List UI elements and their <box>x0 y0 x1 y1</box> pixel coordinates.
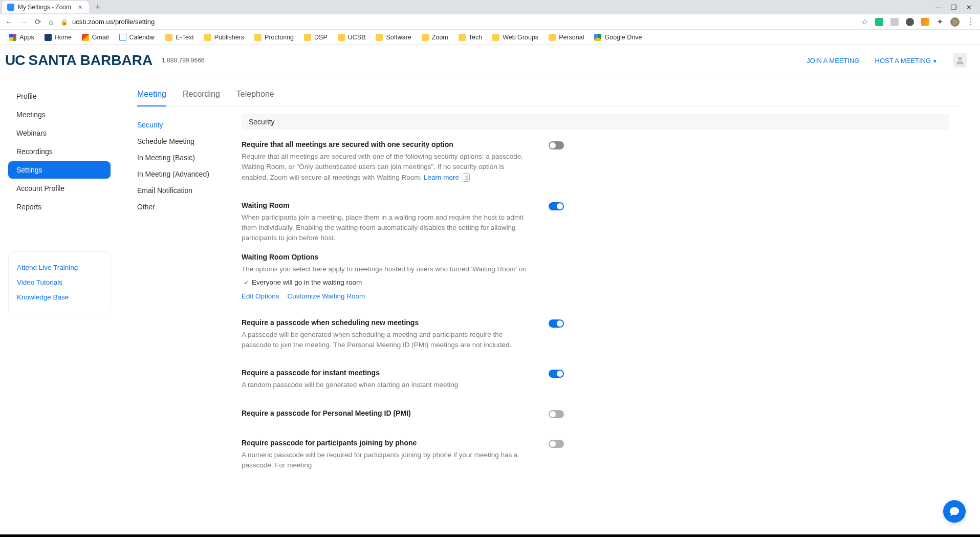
bookmark-gdrive[interactable]: Google Drive <box>590 32 646 42</box>
drive-icon <box>594 34 601 41</box>
svg-point-0 <box>959 57 962 60</box>
setting-passcode-pmi: Require a passcode for Personal Meeting … <box>242 409 949 420</box>
bookmark-calendar[interactable]: Calendar <box>115 32 160 42</box>
bookmark-proctoring[interactable]: Proctoring <box>250 32 298 42</box>
waiting-room-option: ✓Everyone will go in the waiting room <box>244 278 528 286</box>
browser-tab[interactable]: My Settings - Zoom × <box>2 1 89 13</box>
subnav-in-meeting-basic[interactable]: In Meeting (Basic) <box>137 149 229 166</box>
bookmark-publishers[interactable]: Publishers <box>200 32 248 42</box>
support-knowledge-base[interactable]: Knowledge Base <box>17 290 102 305</box>
reload-icon[interactable]: ⟳ <box>35 17 41 27</box>
bookmark-software[interactable]: Software <box>372 32 415 42</box>
folder-icon <box>459 34 466 41</box>
extension-icon[interactable] <box>921 18 929 26</box>
setting-require-security: Require that all meetings are secured wi… <box>242 140 949 183</box>
left-sidebar: Profile Meetings Webinars Recordings Set… <box>0 76 119 504</box>
bookmark-apps[interactable]: Apps <box>5 32 38 42</box>
home-icon[interactable]: ⌂ <box>49 17 53 26</box>
ucsb-logo[interactable]: UC SANTA BARBARA <box>5 52 153 69</box>
edit-options-link[interactable]: Edit Options <box>242 292 279 300</box>
bookmark-zoom[interactable]: Zoom <box>418 32 452 42</box>
folder-icon <box>204 34 211 41</box>
bookmarks-bar: Apps Home Gmail Calendar E-Text Publishe… <box>0 30 980 45</box>
toggle-waiting-room[interactable] <box>549 202 564 210</box>
subnav-schedule-meeting[interactable]: Schedule Meeting <box>137 133 229 149</box>
chrome-menu-icon[interactable]: ⋮ <box>967 17 975 27</box>
join-meeting-link[interactable]: JOIN A MEETING <box>807 57 859 65</box>
sidebar-item-profile[interactable]: Profile <box>8 88 111 105</box>
main-area: Profile Meetings Webinars Recordings Set… <box>0 76 980 504</box>
sidebar-nav: Profile Meetings Webinars Recordings Set… <box>8 88 111 216</box>
subnav-security[interactable]: Security <box>137 117 229 133</box>
setting-title: Require passcode for participants joinin… <box>242 439 528 447</box>
bookmark-etext[interactable]: E-Text <box>161 32 198 42</box>
toggle-passcode-phone[interactable] <box>549 440 564 448</box>
folder-icon <box>254 34 262 41</box>
sidebar-item-meetings[interactable]: Meetings <box>8 106 111 123</box>
bookmark-personal[interactable]: Personal <box>545 32 588 42</box>
header-right: JOIN A MEETING HOST A MEETING▼ <box>807 53 975 68</box>
bookmark-webgroups[interactable]: Web Groups <box>488 32 542 42</box>
setting-desc: A random passcode will be generated when… <box>242 380 528 390</box>
subnav-email-notification[interactable]: Email Notification <box>137 182 229 199</box>
tab-recording[interactable]: Recording <box>183 84 220 106</box>
toggle-passcode-scheduling[interactable] <box>549 319 564 328</box>
sidebar-item-reports[interactable]: Reports <box>8 198 111 216</box>
extension-icon[interactable] <box>890 18 899 26</box>
forward-icon[interactable]: → <box>20 17 28 26</box>
url-text: ucsb.zoom.us/profile/setting <box>72 18 155 26</box>
tab-close-icon[interactable]: × <box>77 3 84 11</box>
grammarly-icon[interactable] <box>875 18 883 26</box>
lock-icon: 🔒 <box>60 18 68 26</box>
folder-icon <box>338 34 345 41</box>
maximize-icon[interactable]: ❐ <box>951 4 957 11</box>
content: Meeting Recording Telephone Security Sch… <box>119 76 980 504</box>
setting-desc: When participants join a meeting, place … <box>242 212 528 244</box>
toggle-passcode-instant[interactable] <box>549 370 564 378</box>
address-bar: ← → ⟳ ⌂ 🔒 ucsb.zoom.us/profile/setting ☆… <box>0 14 980 30</box>
folder-icon <box>376 34 383 41</box>
user-avatar-icon[interactable] <box>953 53 967 68</box>
zoom-favicon <box>7 4 14 11</box>
support-video-tutorials[interactable]: Video Tutorials <box>17 275 102 290</box>
close-window-icon[interactable]: ✕ <box>966 4 972 11</box>
calendar-icon <box>119 34 126 41</box>
profile-avatar-icon[interactable] <box>950 17 960 27</box>
bookmark-gmail[interactable]: Gmail <box>78 32 113 42</box>
bookmark-ucsb[interactable]: UCSB <box>334 32 370 42</box>
customize-waiting-room-link[interactable]: Customize Waiting Room <box>288 292 365 300</box>
setting-title: Require a passcode when scheduling new m… <box>242 318 528 327</box>
new-tab-button[interactable]: + <box>89 2 107 13</box>
support-box: Attend Live Training Video Tutorials Kno… <box>8 251 111 313</box>
window-controls: — ❐ ✕ <box>935 4 978 11</box>
tab-telephone[interactable]: Telephone <box>236 84 274 106</box>
back-icon[interactable]: ← <box>5 17 13 26</box>
sidebar-item-webinars[interactable]: Webinars <box>8 124 111 142</box>
folder-icon <box>492 34 499 41</box>
bookmark-home[interactable]: Home <box>40 32 76 42</box>
settings-content: Security Require that all meetings are s… <box>242 114 960 489</box>
bookmark-dsp[interactable]: DSP <box>300 32 332 42</box>
sidebar-item-account-profile[interactable]: Account Profile <box>8 180 111 197</box>
ucsb-icon <box>45 34 52 41</box>
minimize-icon[interactable]: — <box>935 4 942 11</box>
tab-meeting[interactable]: Meeting <box>137 84 166 106</box>
extension-icon[interactable] <box>906 18 914 26</box>
toggle-passcode-pmi[interactable] <box>549 410 564 418</box>
url-field[interactable]: 🔒 ucsb.zoom.us/profile/setting <box>60 18 854 26</box>
setting-waiting-room: Waiting Room When participants join a me… <box>242 201 949 300</box>
host-meeting-dropdown[interactable]: HOST A MEETING▼ <box>875 57 938 65</box>
toggle-require-security <box>549 141 564 149</box>
info-badge-icon[interactable]: ⍰ <box>463 173 470 182</box>
subnav-in-meeting-advanced[interactable]: In Meeting (Advanced) <box>137 166 229 182</box>
bookmark-tech[interactable]: Tech <box>454 32 486 42</box>
setting-title: Waiting Room <box>242 201 528 209</box>
support-live-training[interactable]: Attend Live Training <box>17 260 102 275</box>
subnav-other[interactable]: Other <box>137 199 229 215</box>
waiting-room-options-desc: The options you select here apply to mee… <box>242 264 528 274</box>
extensions-puzzle-icon[interactable]: ✦ <box>937 17 943 27</box>
sidebar-item-recordings[interactable]: Recordings <box>8 143 111 160</box>
bookmark-star-icon[interactable]: ☆ <box>861 17 868 27</box>
sidebar-item-settings[interactable]: Settings <box>8 161 111 179</box>
learn-more-link[interactable]: Learn more <box>424 174 459 181</box>
